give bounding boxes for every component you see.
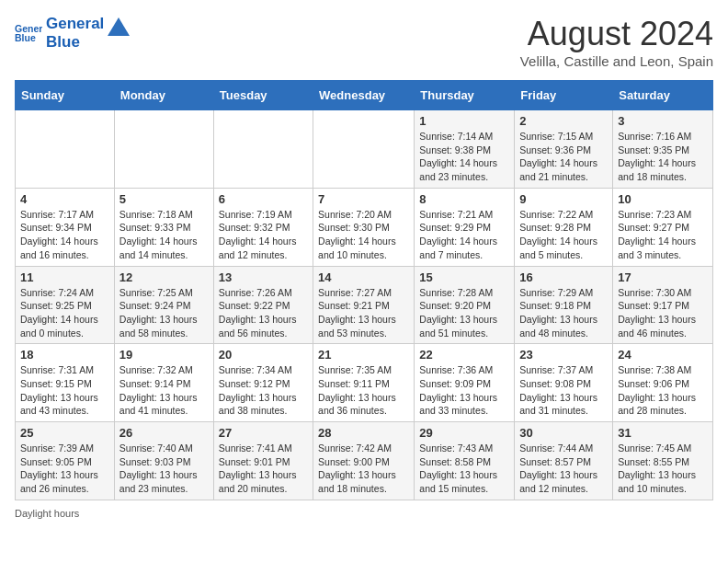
- calendar-cell: 27Sunrise: 7:41 AM Sunset: 9:01 PM Dayli…: [213, 422, 313, 500]
- day-header-monday: Monday: [114, 81, 213, 110]
- day-info: Sunrise: 7:21 AM Sunset: 9:29 PM Dayligh…: [419, 208, 509, 262]
- calendar-cell: 11Sunrise: 7:24 AM Sunset: 9:25 PM Dayli…: [16, 266, 115, 344]
- location-subtitle: Velilla, Castille and Leon, Spain: [520, 53, 713, 69]
- calendar-cell: 8Sunrise: 7:21 AM Sunset: 9:29 PM Daylig…: [415, 188, 515, 266]
- day-info: Sunrise: 7:17 AM Sunset: 9:34 PM Dayligh…: [20, 208, 109, 262]
- day-info: Sunrise: 7:36 AM Sunset: 9:09 PM Dayligh…: [419, 363, 509, 418]
- day-number: 27: [219, 426, 308, 440]
- day-info: Sunrise: 7:19 AM Sunset: 9:32 PM Dayligh…: [219, 208, 308, 262]
- calendar-cell: 12Sunrise: 7:25 AM Sunset: 9:24 PM Dayli…: [114, 266, 213, 344]
- day-number: 10: [618, 192, 708, 206]
- calendar-cell: 9Sunrise: 7:22 AM Sunset: 9:28 PM Daylig…: [515, 188, 613, 266]
- day-info: Sunrise: 7:27 AM Sunset: 9:21 PM Dayligh…: [318, 286, 409, 340]
- day-info: Sunrise: 7:28 AM Sunset: 9:20 PM Dayligh…: [419, 286, 509, 340]
- calendar-cell: 3Sunrise: 7:16 AM Sunset: 9:35 PM Daylig…: [613, 110, 713, 189]
- day-number: 14: [318, 270, 409, 284]
- day-info: Sunrise: 7:29 AM Sunset: 9:18 PM Dayligh…: [519, 286, 608, 340]
- day-info: Sunrise: 7:16 AM Sunset: 9:35 PM Dayligh…: [618, 130, 708, 184]
- day-info: Sunrise: 7:39 AM Sunset: 9:05 PM Dayligh…: [20, 442, 109, 496]
- day-info: Sunrise: 7:20 AM Sunset: 9:30 PM Dayligh…: [318, 208, 409, 262]
- week-row-2: 4Sunrise: 7:17 AM Sunset: 9:34 PM Daylig…: [16, 188, 713, 266]
- day-number: 3: [618, 114, 708, 128]
- day-info: Sunrise: 7:15 AM Sunset: 9:36 PM Dayligh…: [519, 130, 608, 184]
- day-info: Sunrise: 7:24 AM Sunset: 9:25 PM Dayligh…: [20, 286, 109, 340]
- day-number: 15: [419, 270, 509, 284]
- day-info: Sunrise: 7:45 AM Sunset: 8:55 PM Dayligh…: [618, 442, 708, 496]
- day-number: 26: [119, 426, 209, 440]
- day-number: 16: [519, 270, 608, 284]
- day-number: 20: [219, 348, 308, 362]
- day-info: Sunrise: 7:25 AM Sunset: 9:24 PM Dayligh…: [119, 286, 209, 340]
- calendar-cell: 2Sunrise: 7:15 AM Sunset: 9:36 PM Daylig…: [515, 110, 613, 189]
- day-info: Sunrise: 7:40 AM Sunset: 9:03 PM Dayligh…: [119, 442, 209, 496]
- calendar-cell: [213, 110, 313, 189]
- day-number: 9: [519, 192, 608, 206]
- day-info: Sunrise: 7:26 AM Sunset: 9:22 PM Dayligh…: [219, 286, 308, 340]
- day-info: Sunrise: 7:41 AM Sunset: 9:01 PM Dayligh…: [219, 442, 308, 496]
- day-number: 30: [519, 426, 608, 440]
- day-number: 6: [219, 192, 308, 206]
- footer-text: Daylight hours: [15, 508, 79, 519]
- logo-icon: General Blue: [15, 19, 42, 47]
- calendar-cell: 13Sunrise: 7:26 AM Sunset: 9:22 PM Dayli…: [213, 266, 313, 344]
- calendar-cell: 17Sunrise: 7:30 AM Sunset: 9:17 PM Dayli…: [613, 266, 713, 344]
- calendar-cell: 24Sunrise: 7:38 AM Sunset: 9:06 PM Dayli…: [613, 344, 713, 422]
- day-number: 12: [119, 270, 209, 284]
- calendar-cell: 16Sunrise: 7:29 AM Sunset: 9:18 PM Dayli…: [515, 266, 613, 344]
- day-number: 25: [20, 426, 109, 440]
- day-number: 21: [318, 348, 409, 362]
- logo-line2: Blue: [46, 33, 104, 52]
- footer: Daylight hours: [15, 508, 713, 519]
- calendar-cell: 1Sunrise: 7:14 AM Sunset: 9:38 PM Daylig…: [415, 110, 515, 189]
- calendar-cell: 4Sunrise: 7:17 AM Sunset: 9:34 PM Daylig…: [16, 188, 115, 266]
- day-header-friday: Friday: [515, 81, 613, 110]
- day-info: Sunrise: 7:43 AM Sunset: 8:58 PM Dayligh…: [419, 442, 509, 496]
- day-number: 13: [219, 270, 308, 284]
- week-row-4: 18Sunrise: 7:31 AM Sunset: 9:15 PM Dayli…: [16, 344, 713, 422]
- day-info: Sunrise: 7:31 AM Sunset: 9:15 PM Dayligh…: [20, 363, 109, 418]
- day-header-thursday: Thursday: [415, 81, 515, 110]
- calendar-cell: 31Sunrise: 7:45 AM Sunset: 8:55 PM Dayli…: [613, 422, 713, 500]
- day-number: 7: [318, 192, 409, 206]
- day-info: Sunrise: 7:37 AM Sunset: 9:08 PM Dayligh…: [519, 363, 608, 418]
- day-info: Sunrise: 7:18 AM Sunset: 9:33 PM Dayligh…: [119, 208, 209, 262]
- logo-line1: General: [46, 15, 104, 33]
- page-header: General Blue General Blue August 2024 Ve…: [15, 15, 713, 69]
- header-row: SundayMondayTuesdayWednesdayThursdayFrid…: [16, 81, 713, 110]
- day-number: 19: [119, 348, 209, 362]
- day-header-wednesday: Wednesday: [313, 81, 415, 110]
- day-info: Sunrise: 7:35 AM Sunset: 9:11 PM Dayligh…: [318, 363, 409, 418]
- calendar-cell: 14Sunrise: 7:27 AM Sunset: 9:21 PM Dayli…: [313, 266, 415, 344]
- day-number: 17: [618, 270, 708, 284]
- day-number: 18: [20, 348, 109, 362]
- day-header-tuesday: Tuesday: [213, 81, 313, 110]
- calendar-cell: [114, 110, 213, 189]
- calendar-cell: [16, 110, 115, 189]
- day-info: Sunrise: 7:30 AM Sunset: 9:17 PM Dayligh…: [618, 286, 708, 340]
- calendar-cell: 29Sunrise: 7:43 AM Sunset: 8:58 PM Dayli…: [415, 422, 515, 500]
- calendar-cell: 25Sunrise: 7:39 AM Sunset: 9:05 PM Dayli…: [16, 422, 115, 500]
- calendar-table: SundayMondayTuesdayWednesdayThursdayFrid…: [15, 80, 713, 500]
- day-number: 4: [20, 192, 109, 206]
- calendar-cell: 5Sunrise: 7:18 AM Sunset: 9:33 PM Daylig…: [114, 188, 213, 266]
- day-info: Sunrise: 7:22 AM Sunset: 9:28 PM Dayligh…: [519, 208, 608, 262]
- calendar-cell: 22Sunrise: 7:36 AM Sunset: 9:09 PM Dayli…: [415, 344, 515, 422]
- day-number: 22: [419, 348, 509, 362]
- svg-text:Blue: Blue: [15, 32, 36, 43]
- day-info: Sunrise: 7:44 AM Sunset: 8:57 PM Dayligh…: [519, 442, 608, 496]
- day-info: Sunrise: 7:14 AM Sunset: 9:38 PM Dayligh…: [419, 130, 509, 184]
- logo: General Blue General Blue: [15, 15, 131, 51]
- calendar-cell: 19Sunrise: 7:32 AM Sunset: 9:14 PM Dayli…: [114, 344, 213, 422]
- month-title: August 2024: [520, 15, 713, 53]
- calendar-cell: 26Sunrise: 7:40 AM Sunset: 9:03 PM Dayli…: [114, 422, 213, 500]
- calendar-cell: 15Sunrise: 7:28 AM Sunset: 9:20 PM Dayli…: [415, 266, 515, 344]
- day-number: 29: [419, 426, 509, 440]
- day-info: Sunrise: 7:38 AM Sunset: 9:06 PM Dayligh…: [618, 363, 708, 418]
- week-row-3: 11Sunrise: 7:24 AM Sunset: 9:25 PM Dayli…: [16, 266, 713, 344]
- calendar-cell: 23Sunrise: 7:37 AM Sunset: 9:08 PM Dayli…: [515, 344, 613, 422]
- week-row-1: 1Sunrise: 7:14 AM Sunset: 9:38 PM Daylig…: [16, 110, 713, 189]
- day-info: Sunrise: 7:42 AM Sunset: 9:00 PM Dayligh…: [318, 442, 409, 496]
- logo-triangle-icon: [106, 16, 131, 41]
- day-info: Sunrise: 7:34 AM Sunset: 9:12 PM Dayligh…: [219, 363, 308, 418]
- calendar-cell: 28Sunrise: 7:42 AM Sunset: 9:00 PM Dayli…: [313, 422, 415, 500]
